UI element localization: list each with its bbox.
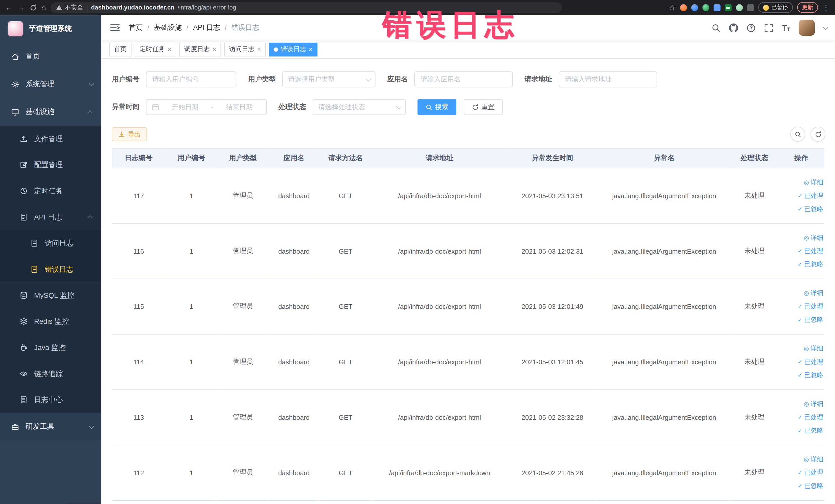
- back-icon[interactable]: ←: [5, 4, 13, 11]
- mark-ignored-link[interactable]: ✓已忽略: [780, 313, 823, 327]
- user-type-select[interactable]: 请选择用户类型: [282, 72, 375, 87]
- close-icon[interactable]: ×: [309, 46, 313, 53]
- sidebar-item-system[interactable]: 系统管理: [0, 70, 101, 98]
- app-logo[interactable]: 芋道管理系统: [0, 15, 101, 43]
- sidebar-item-mysql-monitor[interactable]: MySQL 监控: [0, 282, 101, 309]
- monitor-icon: [11, 107, 19, 116]
- fullscreen-icon[interactable]: [763, 23, 773, 32]
- detail-link[interactable]: ◎详细: [780, 286, 823, 300]
- mark-ignored-link[interactable]: ✓已忽略: [780, 369, 823, 382]
- reload-icon[interactable]: [30, 4, 37, 11]
- process-status-label: 处理状态: [279, 102, 306, 112]
- mark-processed-link[interactable]: ✓已处理: [780, 411, 823, 424]
- detail-link[interactable]: ◎详细: [780, 398, 823, 411]
- sidebar-item-log-center[interactable]: 日志中心: [0, 387, 101, 413]
- close-icon[interactable]: ×: [168, 46, 171, 53]
- mark-processed-link[interactable]: ✓已处理: [780, 244, 823, 258]
- cell-method: GET: [319, 279, 372, 334]
- browser-update-button[interactable]: 更新: [797, 2, 818, 13]
- sidebar-item-scheduled-jobs[interactable]: 定时任务: [0, 178, 101, 204]
- mark-processed-link[interactable]: ✓已处理: [780, 355, 823, 369]
- detail-link[interactable]: ◎详细: [780, 342, 823, 355]
- breadcrumb-home[interactable]: 首页: [129, 23, 143, 32]
- extension-icon[interactable]: [691, 4, 698, 11]
- paused-profile-chip[interactable]: 已暂停: [758, 2, 793, 13]
- edit-icon: [19, 160, 28, 169]
- extension-icon[interactable]: on: [725, 4, 731, 11]
- mark-processed-link[interactable]: ✓已处理: [780, 189, 823, 202]
- home-icon[interactable]: ⌂: [42, 4, 46, 11]
- breadcrumb-api-log[interactable]: API 日志: [193, 23, 220, 32]
- tab-label: 定时任务: [140, 45, 165, 54]
- extension-icon[interactable]: [713, 4, 720, 11]
- select-placeholder: 请选择处理状态: [319, 102, 392, 112]
- refresh-button[interactable]: [811, 127, 826, 142]
- reset-button[interactable]: 重置: [464, 99, 503, 115]
- tab-access-log[interactable]: 访问日志 ×: [224, 42, 266, 56]
- browser-menu-icon[interactable]: ⋮: [822, 4, 830, 11]
- app-name-input[interactable]: [414, 72, 513, 87]
- sidebar-item-error-log[interactable]: 错误日志: [0, 256, 101, 282]
- export-button[interactable]: 导出: [112, 127, 147, 141]
- cell-method: GET: [319, 390, 372, 445]
- extension-icon[interactable]: [736, 4, 742, 11]
- puzzle-extensions-icon[interactable]: [747, 4, 754, 11]
- browser-extensions: ☆ on 已暂停 更新 ⋮: [669, 2, 830, 13]
- sidebar-item-access-log[interactable]: 访问日志: [0, 230, 101, 256]
- chevron-up-icon: [87, 215, 93, 221]
- search-button[interactable]: 搜索: [418, 99, 456, 115]
- breadcrumb-separator: /: [148, 24, 149, 31]
- extension-icon[interactable]: [702, 4, 709, 11]
- mark-ignored-link[interactable]: ✓已忽略: [780, 202, 823, 216]
- sidebar-item-file-manage[interactable]: 文件管理: [0, 126, 101, 152]
- github-icon[interactable]: [729, 23, 738, 32]
- sidebar-item-redis-monitor[interactable]: Redis 监控: [0, 308, 101, 335]
- detail-link[interactable]: ◎详细: [780, 452, 823, 466]
- bookmark-star-icon[interactable]: ☆: [669, 4, 676, 11]
- help-icon[interactable]: [746, 23, 756, 32]
- sidebar-item-home[interactable]: 首页: [0, 43, 101, 70]
- date-range-picker[interactable]: 开始日期 - 结束日期: [146, 99, 267, 115]
- user-id-input[interactable]: [146, 72, 237, 87]
- process-status-select[interactable]: 请选择处理状态: [313, 99, 406, 115]
- request-url-input[interactable]: [558, 72, 657, 87]
- col-app-name: 应用名: [269, 148, 319, 168]
- user-avatar[interactable]: [799, 20, 815, 36]
- document-icon: [30, 239, 38, 247]
- close-icon[interactable]: ×: [257, 46, 261, 53]
- mark-processed-link[interactable]: ✓已处理: [780, 466, 823, 479]
- mark-ignored-link[interactable]: ✓已忽略: [780, 424, 823, 437]
- detail-link[interactable]: ◎详细: [780, 231, 823, 244]
- forward-icon[interactable]: →: [18, 4, 25, 11]
- search-icon[interactable]: [711, 23, 720, 32]
- font-size-icon[interactable]: [781, 23, 791, 32]
- navbar-actions: [711, 20, 827, 36]
- mark-ignored-link[interactable]: ✓已忽略: [780, 258, 823, 271]
- tab-job-log[interactable]: 调度日志 ×: [179, 42, 221, 56]
- not-secure-indicator[interactable]: 不安全: [56, 3, 83, 11]
- chevron-down-icon[interactable]: [823, 24, 828, 30]
- address-bar[interactable]: 不安全 | dashboard.yudao.iocoder.cn /infra/…: [51, 2, 562, 13]
- toggle-search-button[interactable]: [790, 127, 805, 142]
- sidebar-item-trace[interactable]: 链路追踪: [0, 361, 101, 387]
- sidebar-item-java-monitor[interactable]: Java 监控: [0, 335, 101, 361]
- gear-icon: [11, 80, 19, 88]
- col-log-id: 日志编号: [112, 148, 166, 168]
- tab-scheduled-jobs[interactable]: 定时任务 ×: [135, 42, 176, 56]
- sidebar-item-config-manage[interactable]: 配置管理: [0, 152, 101, 178]
- mark-ignored-link[interactable]: ✓已忽略: [780, 479, 823, 493]
- tab-home[interactable]: 首页: [109, 42, 131, 56]
- sidebar-item-infra[interactable]: 基础设施: [0, 98, 101, 126]
- detail-link[interactable]: ◎详细: [780, 176, 823, 189]
- extension-icon[interactable]: [680, 4, 687, 11]
- sidebar-item-dev-tools[interactable]: 研发工具: [0, 413, 101, 441]
- hamburger-icon[interactable]: [109, 22, 120, 33]
- mark-processed-link[interactable]: ✓已处理: [780, 300, 823, 313]
- breadcrumb-infra[interactable]: 基础设施: [154, 23, 182, 32]
- cell-exception-time: 2021-05-03 12:01:45: [507, 334, 597, 390]
- tab-error-log[interactable]: 错误日志 ×: [269, 42, 318, 56]
- document-icon: [30, 265, 38, 274]
- sidebar-item-api-log[interactable]: API 日志: [0, 204, 101, 230]
- close-icon[interactable]: ×: [212, 46, 217, 53]
- check-icon: ✓: [797, 262, 802, 267]
